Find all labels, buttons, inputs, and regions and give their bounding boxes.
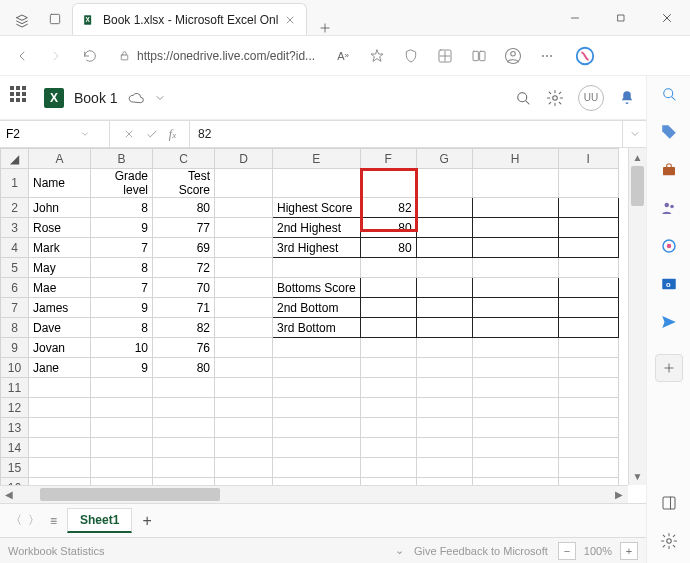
cell[interactable] [558, 198, 618, 218]
spreadsheet-grid[interactable]: ◢ A B C D E F G H I 1NameGrade levelTest… [0, 148, 646, 503]
row-header[interactable]: 11 [1, 378, 29, 398]
row-header[interactable]: 4 [1, 238, 29, 258]
cell[interactable] [91, 378, 153, 398]
cell[interactable] [29, 438, 91, 458]
cell[interactable]: 76 [153, 338, 215, 358]
col-header[interactable]: A [29, 149, 91, 169]
zoom-in-button[interactable]: + [620, 542, 638, 560]
cell[interactable]: 9 [91, 358, 153, 378]
cell[interactable] [472, 418, 558, 438]
scroll-thumb[interactable] [40, 488, 220, 501]
cell[interactable]: Highest Score [273, 198, 361, 218]
cell[interactable]: Jovan [29, 338, 91, 358]
row-header[interactable]: 3 [1, 218, 29, 238]
workbook-title[interactable]: Book 1 [74, 90, 118, 106]
cell[interactable] [153, 378, 215, 398]
cell[interactable] [558, 378, 618, 398]
cell[interactable] [472, 338, 558, 358]
sidebar-outlook-icon[interactable]: o [657, 272, 681, 296]
all-sheets-icon[interactable]: ≡ [50, 514, 57, 528]
cell[interactable]: 71 [153, 298, 215, 318]
sidebar-search-icon[interactable] [657, 82, 681, 106]
row-header[interactable]: 13 [1, 418, 29, 438]
cell[interactable]: Mark [29, 238, 91, 258]
cancel-formula-icon[interactable] [123, 128, 135, 140]
browser-tab-inactive[interactable] [38, 3, 72, 35]
row-header[interactable]: 6 [1, 278, 29, 298]
add-sheet-button[interactable]: + [142, 512, 151, 530]
cell[interactable] [153, 418, 215, 438]
user-avatar[interactable]: UU [578, 85, 604, 111]
cell[interactable] [416, 418, 472, 438]
excel-settings-icon[interactable] [546, 89, 564, 107]
accept-formula-icon[interactable] [145, 127, 159, 141]
cell[interactable] [91, 438, 153, 458]
col-header[interactable]: B [91, 149, 153, 169]
cell[interactable] [360, 278, 416, 298]
window-minimize-button[interactable] [552, 0, 598, 35]
cell[interactable] [416, 458, 472, 478]
new-tab-button[interactable] [311, 21, 339, 35]
cell[interactable] [215, 238, 273, 258]
cell[interactable]: 80 [153, 358, 215, 378]
close-tab-icon[interactable] [284, 14, 296, 26]
cell[interactable]: 82 [360, 198, 416, 218]
scroll-thumb[interactable] [631, 166, 644, 206]
cell[interactable] [360, 358, 416, 378]
cell[interactable] [558, 418, 618, 438]
sidebar-send-icon[interactable] [657, 310, 681, 334]
window-close-button[interactable] [644, 0, 690, 35]
cell[interactable]: 69 [153, 238, 215, 258]
app-launcher-icon[interactable] [10, 86, 34, 110]
cell[interactable] [472, 238, 558, 258]
cell[interactable]: James [29, 298, 91, 318]
cell[interactable] [215, 278, 273, 298]
collections-icon[interactable] [431, 42, 459, 70]
cell[interactable] [472, 218, 558, 238]
cell[interactable]: 70 [153, 278, 215, 298]
cell[interactable]: John [29, 198, 91, 218]
row-header[interactable]: 9 [1, 338, 29, 358]
security-icon[interactable] [397, 42, 425, 70]
cell[interactable] [29, 418, 91, 438]
cell[interactable] [416, 358, 472, 378]
row-header[interactable]: 12 [1, 398, 29, 418]
cell[interactable] [215, 378, 273, 398]
cell[interactable] [416, 198, 472, 218]
sidebar-briefcase-icon[interactable] [657, 158, 681, 182]
cell[interactable] [215, 218, 273, 238]
cell[interactable]: 8 [91, 198, 153, 218]
cell[interactable] [360, 338, 416, 358]
cell[interactable] [472, 458, 558, 478]
cell[interactable]: 2nd Highest [273, 218, 361, 238]
row-header[interactable]: 8 [1, 318, 29, 338]
cell[interactable] [472, 258, 558, 278]
cell[interactable] [360, 418, 416, 438]
cell[interactable] [91, 398, 153, 418]
cell[interactable] [558, 438, 618, 458]
cell[interactable] [91, 418, 153, 438]
col-header[interactable]: I [558, 149, 618, 169]
cell[interactable]: Test Score [153, 169, 215, 198]
sidebar-copilot-icon[interactable] [657, 234, 681, 258]
sheet-nav-prev-icon[interactable]: 〈 [10, 512, 22, 529]
zoom-out-button[interactable]: − [558, 542, 576, 560]
cell[interactable] [153, 458, 215, 478]
sidebar-people-icon[interactable] [657, 196, 681, 220]
row-header[interactable]: 1 [1, 169, 29, 198]
cell[interactable] [273, 338, 361, 358]
cell[interactable] [416, 378, 472, 398]
cell[interactable] [558, 298, 618, 318]
cell[interactable] [215, 458, 273, 478]
name-box-chevron-icon[interactable] [80, 129, 96, 139]
cell[interactable] [29, 378, 91, 398]
split-screen-icon[interactable] [465, 42, 493, 70]
cell[interactable]: 80 [360, 238, 416, 258]
cell[interactable] [416, 438, 472, 458]
cell[interactable] [360, 398, 416, 418]
cell[interactable] [416, 238, 472, 258]
sidebar-tag-icon[interactable] [657, 120, 681, 144]
cell[interactable] [472, 198, 558, 218]
cell[interactable] [360, 318, 416, 338]
row-header[interactable]: 2 [1, 198, 29, 218]
